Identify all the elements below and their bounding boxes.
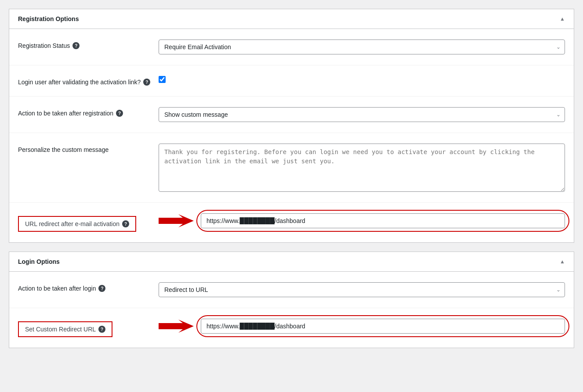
login-after-activation-checkbox-wrapper (159, 76, 166, 83)
action-after-login-label: Action to be taken after login ? (18, 282, 159, 292)
set-custom-redirect-control (159, 319, 565, 334)
login-panel-body: Action to be taken after login ? Redirec… (9, 272, 574, 348)
login-options-panel: Login Options ▲ Action to be taken after… (9, 252, 574, 348)
url-redirect-activation-help-icon[interactable]: ? (122, 220, 129, 227)
registration-panel-title: Registration Options (18, 15, 79, 22)
url-redirect-activation-row: URL redirect after e-mail activation ? (9, 203, 574, 242)
login-panel-title: Login Options (18, 258, 60, 265)
action-after-registration-control: Show custom message Redirect to URL Show… (159, 107, 565, 122)
login-after-activation-help-icon[interactable]: ? (143, 79, 150, 86)
login-after-activation-row: Login user after validating the activati… (9, 65, 574, 97)
registration-status-help-icon[interactable]: ? (72, 42, 80, 49)
set-custom-redirect-input[interactable] (201, 319, 565, 334)
personalize-message-control (159, 144, 565, 192)
registration-status-select[interactable]: Require Email Activation Anyone Can Regi… (159, 40, 565, 54)
svg-marker-1 (159, 320, 194, 333)
red-arrow-icon (159, 214, 194, 227)
registration-panel-body: Registration Status ? Require Email Acti… (9, 29, 574, 242)
set-custom-redirect-arrow (159, 320, 194, 333)
login-panel-header: Login Options ▲ (9, 252, 574, 272)
registration-status-label: Registration Status ? (18, 40, 159, 49)
action-after-login-row: Action to be taken after login ? Redirec… (9, 272, 574, 308)
action-after-login-select[interactable]: Redirect to URL Redirect to Dashboard Re… (159, 282, 565, 297)
url-redirect-activation-input[interactable] (201, 213, 565, 228)
login-after-activation-control (159, 76, 565, 83)
registration-panel-header: Registration Options ▲ (9, 9, 574, 29)
action-after-registration-select[interactable]: Show custom message Redirect to URL Show… (159, 107, 565, 122)
registration-status-row: Registration Status ? Require Email Acti… (9, 29, 574, 65)
set-custom-redirect-label-wrapper: Set Custom Redirect URL ? (18, 319, 159, 337)
set-custom-redirect-help-icon[interactable]: ? (98, 326, 105, 333)
action-after-registration-help-icon[interactable]: ? (116, 110, 123, 117)
personalize-message-textarea[interactable] (159, 144, 565, 192)
set-custom-redirect-row: Set Custom Redirect URL ? (9, 308, 574, 348)
action-after-login-select-wrapper: Redirect to URL Redirect to Dashboard Re… (159, 282, 565, 297)
url-redirect-activation-control (159, 213, 565, 228)
set-custom-redirect-label-box: Set Custom Redirect URL ? (18, 321, 112, 337)
action-after-registration-row: Action to be taken after registration ? … (9, 97, 574, 133)
url-redirect-activation-label-wrapper: URL redirect after e-mail activation ? (18, 213, 159, 232)
personalize-message-row: Personalize the custom message (9, 133, 574, 203)
registration-panel-toggle[interactable]: ▲ (560, 16, 565, 22)
login-after-activation-checkbox[interactable] (159, 76, 166, 83)
action-after-login-control: Redirect to URL Redirect to Dashboard Re… (159, 282, 565, 297)
set-custom-redirect-input-wrapper (201, 319, 565, 334)
url-redirect-activation-input-wrapper (201, 213, 565, 228)
url-redirect-activation-arrow (159, 214, 194, 227)
registration-status-select-wrapper: Require Email Activation Anyone Can Regi… (159, 40, 565, 54)
red-arrow-icon-2 (159, 320, 194, 333)
svg-marker-0 (159, 214, 194, 227)
login-after-activation-label: Login user after validating the activati… (18, 76, 159, 86)
action-after-registration-select-wrapper: Show custom message Redirect to URL Show… (159, 107, 565, 122)
login-panel-toggle[interactable]: ▲ (560, 259, 565, 265)
personalize-message-label: Personalize the custom message (18, 144, 159, 153)
url-redirect-activation-label-box: URL redirect after e-mail activation ? (18, 216, 136, 232)
registration-options-panel: Registration Options ▲ Registration Stat… (9, 9, 574, 243)
action-after-registration-label: Action to be taken after registration ? (18, 107, 159, 117)
registration-status-control: Require Email Activation Anyone Can Regi… (159, 40, 565, 54)
action-after-login-help-icon[interactable]: ? (98, 285, 105, 292)
